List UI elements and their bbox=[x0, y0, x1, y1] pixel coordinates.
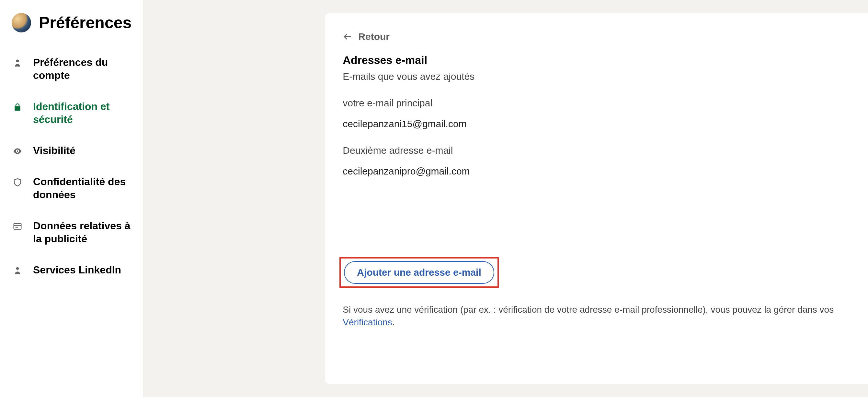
secondary-email-value: cecilepanzanipro@gmail.com bbox=[343, 166, 857, 177]
sidebar-item-label: Préférences du compte bbox=[33, 56, 131, 82]
primary-email-value: cecilepanzani15@gmail.com bbox=[343, 118, 857, 130]
spacer bbox=[343, 192, 857, 257]
svg-point-4 bbox=[16, 267, 19, 270]
sidebar-item-label: Données relatives à la publicité bbox=[33, 219, 131, 245]
sidebar-item-label: Visibilité bbox=[33, 144, 75, 157]
sidebar-item-security[interactable]: Identification et sécurité bbox=[12, 100, 131, 126]
lock-icon bbox=[12, 101, 23, 113]
eye-icon bbox=[12, 145, 23, 157]
newspaper-icon bbox=[12, 221, 23, 232]
back-button[interactable]: Retour bbox=[343, 31, 857, 42]
sidebar-nav: Préférences du compte Identification et … bbox=[12, 56, 131, 276]
person-icon bbox=[12, 57, 23, 69]
footer-post: . bbox=[392, 317, 395, 327]
main-area: Retour Adresses e-mail E-mails que vous … bbox=[143, 0, 868, 397]
sidebar-item-visibility[interactable]: Visibilité bbox=[12, 144, 131, 157]
add-email-button[interactable]: Ajouter une adresse e-mail bbox=[344, 261, 494, 284]
svg-rect-1 bbox=[14, 224, 21, 229]
svg-point-0 bbox=[16, 59, 19, 62]
sidebar-header: Préférences bbox=[12, 13, 131, 32]
sidebar-item-label: Confidentialité des données bbox=[33, 175, 131, 201]
verifications-link[interactable]: Vérifications bbox=[343, 317, 392, 327]
person-icon bbox=[12, 265, 23, 276]
shield-icon bbox=[12, 176, 23, 188]
primary-email-label: votre e-mail principal bbox=[343, 97, 857, 109]
section-title: Adresses e-mail bbox=[343, 54, 857, 66]
sidebar-item-label: Identification et sécurité bbox=[33, 100, 131, 126]
sidebar-item-advertising-data[interactable]: Données relatives à la publicité bbox=[12, 219, 131, 245]
footer-pre: Si vous avez une vérification (par ex. :… bbox=[343, 305, 834, 315]
sidebar: Préférences Préférences du compte Identi… bbox=[0, 0, 143, 397]
add-email-highlight: Ajouter une adresse e-mail bbox=[339, 257, 498, 288]
sidebar-item-linkedin-services[interactable]: Services LinkedIn bbox=[12, 263, 131, 276]
back-label: Retour bbox=[358, 31, 390, 42]
section-subtitle: E-mails que vous avez ajoutés bbox=[343, 71, 857, 82]
arrow-left-icon bbox=[343, 32, 352, 41]
sidebar-item-label: Services LinkedIn bbox=[33, 263, 121, 276]
sidebar-item-account-preferences[interactable]: Préférences du compte bbox=[12, 56, 131, 82]
secondary-email-label: Deuxième adresse e-mail bbox=[343, 145, 857, 156]
email-card: Retour Adresses e-mail E-mails que vous … bbox=[324, 13, 868, 384]
sidebar-item-data-privacy[interactable]: Confidentialité des données bbox=[12, 175, 131, 201]
page-title: Préférences bbox=[39, 13, 131, 32]
avatar[interactable] bbox=[12, 13, 31, 32]
verification-footer: Si vous avez une vérification (par ex. :… bbox=[343, 303, 857, 329]
